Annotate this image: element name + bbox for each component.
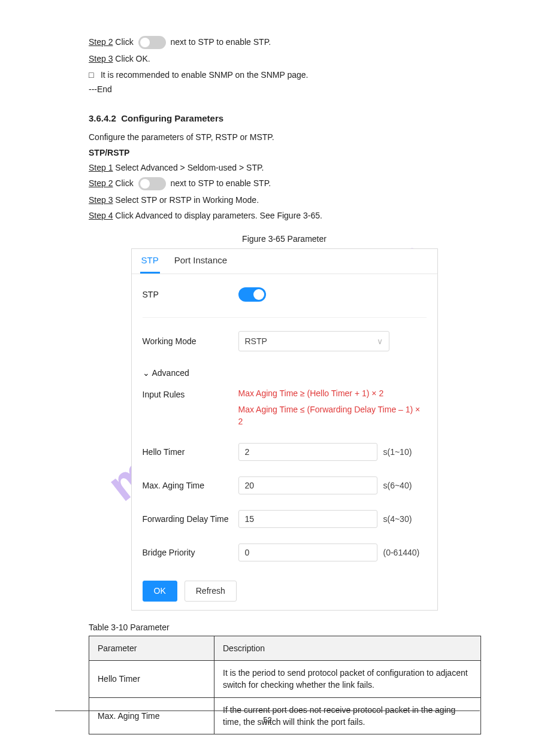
stp-toggle[interactable]: [238, 287, 266, 302]
refresh-button[interactable]: Refresh: [185, 581, 237, 601]
table-header-row: Parameter Description: [89, 636, 481, 660]
note-top: □ It is recommended to enable SNMP on th…: [89, 69, 480, 81]
section-intro: Configure the parameters of STP, RSTP or…: [89, 131, 480, 143]
stp-panel: STP Port Instance STP Working Mode RSTP: [131, 248, 438, 611]
hello-timer-input[interactable]: [238, 443, 377, 461]
label-hello-timer: Hello Timer: [143, 446, 238, 458]
divider: [143, 317, 427, 318]
label-stp: STP: [143, 289, 238, 300]
working-mode-select[interactable]: RSTP ∨: [238, 331, 389, 351]
step3: Step 3 Select STP or RSTP in Working Mod…: [89, 194, 480, 206]
advanced-toggle[interactable]: ⌄Advanced: [143, 367, 427, 379]
bridge-priority-input[interactable]: [238, 544, 377, 561]
page-footer: 52: [55, 711, 480, 726]
th-description: Description: [214, 636, 481, 660]
cell-param: Hello Timer: [89, 661, 214, 698]
label-working-mode: Working Mode: [143, 335, 238, 347]
forward-delay-hint: s(4~30): [383, 513, 412, 525]
label-forward-delay: Forwarding Delay Time: [143, 513, 238, 525]
section-heading: 3.6.4.2 Configuring Parameters: [89, 112, 480, 125]
hello-timer-hint: s(1~10): [383, 446, 412, 458]
step4: Step 4 Click Advanced to display paramet…: [89, 210, 480, 221]
tab-stp[interactable]: STP: [140, 254, 160, 274]
end-marker: ---End: [89, 83, 480, 95]
table-row: Hello Timer It is the period to send pro…: [89, 661, 481, 698]
forward-delay-input[interactable]: [238, 510, 377, 528]
bridge-priority-hint: (0-61440): [383, 546, 420, 558]
input-rule-2: Max Aging Time ≤ (Forwarding Delay Time …: [238, 403, 427, 428]
step2: Step 2 Click next to STP to enable STP.: [89, 177, 480, 190]
working-mode-value: RSTP: [245, 335, 267, 347]
table-caption: Table 3-10 Parameter: [89, 621, 480, 633]
caret-down-icon: ⌄: [143, 368, 150, 378]
th-parameter: Parameter: [89, 636, 214, 660]
label-max-aging: Max. Aging Time: [143, 479, 238, 491]
tab-port-instance[interactable]: Port Instance: [173, 254, 228, 274]
cell-desc: It is the period to send protocol packet…: [214, 661, 481, 698]
step3-top: Step 3 Click OK.: [89, 53, 480, 65]
label-bridge-priority: Bridge Priority: [143, 546, 238, 558]
figure-caption: Figure 3-65 Parameter: [89, 233, 480, 245]
step2-top: Step 2 Click next to STP to enable STP.: [89, 36, 480, 49]
input-rule-1: Max Aging Time ≥ (Hello Timer + 1) × 2: [238, 387, 384, 399]
toggle-off-icon: [138, 177, 166, 190]
max-aging-hint: s(6~40): [383, 479, 412, 491]
label-input-rules: Input Rules: [143, 387, 238, 400]
step1: Step 1 Select Advanced > Seldom-used > S…: [89, 162, 480, 174]
toggle-off-icon: [138, 36, 166, 49]
ok-button[interactable]: OK: [143, 581, 177, 601]
sub-heading-stp: STP/RSTP: [89, 147, 480, 159]
note-icon: □: [89, 69, 98, 81]
max-aging-input[interactable]: [238, 476, 377, 494]
chevron-down-icon: ∨: [377, 335, 383, 347]
